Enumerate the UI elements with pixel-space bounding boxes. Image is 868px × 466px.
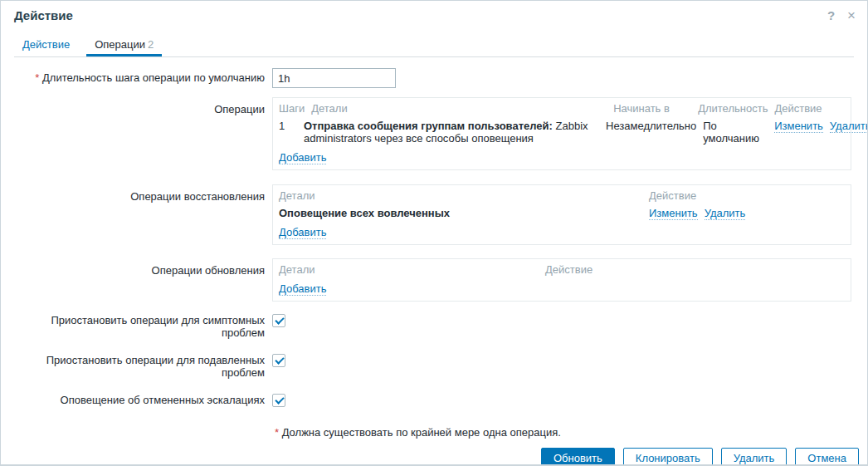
form-row-update-operations: Операции обновления Детали Действие Доба… [14,258,867,302]
recovery-operations-label: Операции восстановления [14,184,265,203]
add-recovery-operation-link[interactable]: Добавить [279,226,326,239]
recovery-table-header: Детали Действие [273,187,851,204]
column-header-action: Действие [774,102,845,115]
recovery-add-row: Добавить [273,222,851,241]
operations-table-header: Шаги Детали Начинать в Длительность Дейс… [273,100,851,117]
default-duration-input[interactable] [272,68,396,88]
pause-suppressed-checkbox[interactable] [272,354,285,367]
add-operation-link[interactable]: Добавить [279,151,326,164]
operation-details-type: Отправка сообщения группам пользователей… [304,120,553,132]
form-row-notify-cancelled: Оповещение об отмененных эскалациях [14,393,867,410]
recovery-operation-actions: ИзменитьУдалить [649,207,845,219]
notify-cancelled-checkbox[interactable] [272,394,285,407]
operation-actions: ИзменитьУдалить [774,120,868,132]
edit-recovery-operation-link[interactable]: Изменить [649,207,698,220]
recovery-operations-table: Детали Действие Оповещение всех вовлечен… [272,184,851,245]
form-row-pause-symptom: Приостановить операции для симптомных пр… [14,313,867,339]
table-row: 1 Отправка сообщения группам пользовател… [273,117,851,147]
modal-header-icons: ? × [827,8,856,23]
page-title: Действие [14,8,73,22]
operations-table: Шаги Детали Начинать в Длительность Дейс… [272,97,851,170]
table-row: Оповещение всех вовлеченных ИзменитьУдал… [273,204,851,222]
footnote: Должна существовать по крайней мере одна… [275,424,561,439]
pause-symptom-label: Приостановить операции для симптомных пр… [14,313,265,339]
remove-recovery-operation-link[interactable]: Удалить [705,207,746,220]
modal-footer: Обновить Клонировать Удалить Отмена [1,448,867,466]
column-header-details: Детали [279,263,545,276]
notify-cancelled-label: Оповещение об отмененных эскалациях [14,393,265,406]
modal-header: Действие ? × [1,1,867,23]
tab-operations-count: 2 [148,38,154,51]
operation-step-number: 1 [279,120,304,132]
pause-suppressed-label: Приостановить операции для подавленных п… [14,353,265,379]
operations-label: Операции [14,97,265,115]
column-header-action: Действие [649,189,845,202]
footnote-text: Должна существовать по крайней мере одна… [282,426,561,439]
form-row-footnote: Должна существовать по крайней мере одна… [14,424,867,439]
cancel-button[interactable]: Отмена [795,448,859,466]
operations-add-row: Добавить [273,147,851,166]
tab-action[interactable]: Действие [14,34,78,56]
operation-details: Отправка сообщения группам пользователей… [304,120,606,145]
column-header-duration: Длительность [698,102,774,115]
column-header-action: Действие [545,263,845,276]
update-table-header: Детали Действие [273,261,851,278]
operations-form: Длительность шага операции по умолчанию … [1,57,867,448]
add-update-operation-link[interactable]: Добавить [279,282,326,296]
action-modal: Действие ? × Действие Операции2 Длительн… [0,0,868,466]
column-header-details: Детали [311,102,613,115]
help-icon[interactable]: ? [827,8,835,23]
tab-operations[interactable]: Операции2 [86,34,162,56]
operation-start-in: Незамедлительно [606,120,703,132]
remove-operation-link[interactable]: Удалить [830,120,868,133]
required-asterisk [275,426,282,439]
edit-operation-link[interactable]: Изменить [774,120,823,133]
column-header-steps: Шаги [279,102,311,115]
close-icon[interactable]: × [847,8,856,23]
update-button[interactable]: Обновить [541,448,615,466]
update-operations-label: Операции обновления [14,258,265,277]
recovery-operation-details: Оповещение всех вовлеченных [279,207,649,219]
column-header-start-in: Начинать в [613,102,698,115]
clone-button[interactable]: Клонировать [623,448,713,466]
tab-bar: Действие Операции2 [14,34,854,57]
update-add-row: Добавить [273,278,851,297]
column-header-details: Детали [279,189,649,202]
form-row-operations: Операции Шаги Детали Начинать в Длительн… [14,97,867,170]
tab-operations-label: Операции [95,38,145,51]
delete-button[interactable]: Удалить [721,448,788,466]
default-duration-label: Длительность шага операции по умолчанию [14,68,265,84]
update-operations-table: Детали Действие Добавить [272,258,851,302]
operation-duration: По умолчанию [703,120,774,145]
form-row-pause-suppressed: Приостановить операции для подавленных п… [14,353,867,379]
form-row-default-duration: Длительность шага операции по умолчанию [14,68,867,88]
form-row-recovery-operations: Операции восстановления Детали Действие … [14,184,867,245]
pause-symptom-checkbox[interactable] [272,314,285,327]
